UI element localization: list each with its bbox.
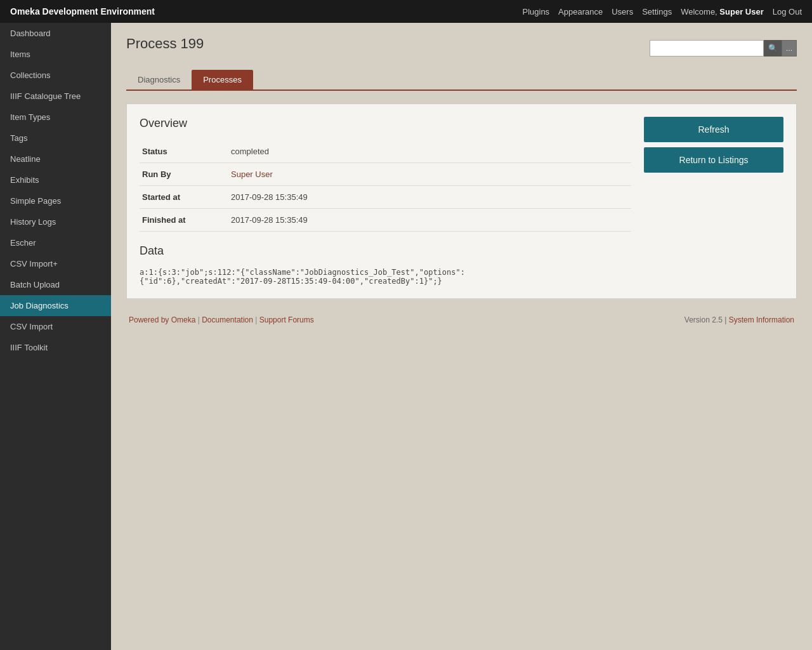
overview-title: Overview xyxy=(140,117,631,130)
top-nav-links: Plugins Appearance Users Settings Welcom… xyxy=(522,7,802,17)
finished-at-label: Finished at xyxy=(140,209,228,232)
main-layout: Dashboard Items Collections IIIF Catalog… xyxy=(0,23,812,650)
table-row: Finished at 2017-09-28 15:35:49 xyxy=(140,209,631,232)
system-info-link[interactable]: System Information xyxy=(729,315,794,324)
right-panel: Refresh Return to Listings xyxy=(644,117,783,286)
sidebar-item-history-logs[interactable]: History Logs xyxy=(0,211,111,232)
search-more-button[interactable]: … xyxy=(782,40,797,56)
run-by-value: Super User xyxy=(228,163,631,186)
version-text: Version 2.5 | xyxy=(684,315,729,324)
footer-right: Version 2.5 | System Information xyxy=(684,315,794,324)
powered-by-link[interactable]: Powered by Omeka xyxy=(129,315,195,324)
refresh-button[interactable]: Refresh xyxy=(644,117,783,142)
documentation-link[interactable]: Documentation xyxy=(202,315,253,324)
sidebar: Dashboard Items Collections IIIF Catalog… xyxy=(0,23,111,650)
sidebar-item-tags[interactable]: Tags xyxy=(0,128,111,149)
header-area: Process 199 🔍 … xyxy=(126,36,797,61)
data-content: a:1:{s:3:"job";s:112:"{"className":"JobD… xyxy=(140,268,631,286)
footer: Powered by Omeka | Documentation | Suppo… xyxy=(126,309,797,331)
app-brand: Omeka Development Environment xyxy=(10,6,155,17)
welcome-text: Welcome, Super User xyxy=(681,7,764,17)
left-content: Overview Status completed Run By Super U… xyxy=(140,117,631,286)
sidebar-item-batch-upload[interactable]: Batch Upload xyxy=(0,274,111,295)
sidebar-item-iiif-catalogue-tree[interactable]: IIIF Catalogue Tree xyxy=(0,86,111,107)
nav-appearance[interactable]: Appearance xyxy=(558,7,603,17)
status-label: Status xyxy=(140,140,228,163)
sidebar-item-simple-pages[interactable]: Simple Pages xyxy=(0,190,111,211)
sidebar-item-items[interactable]: Items xyxy=(0,44,111,65)
sidebar-item-exhibits[interactable]: Exhibits xyxy=(0,169,111,190)
sidebar-item-collections[interactable]: Collections xyxy=(0,65,111,86)
started-at-label: Started at xyxy=(140,186,228,209)
tab-bar: Diagnostics Processes xyxy=(126,70,797,91)
table-row: Run By Super User xyxy=(140,163,631,186)
sidebar-item-neatline[interactable]: Neatline xyxy=(0,149,111,169)
nav-users[interactable]: Users xyxy=(612,7,633,17)
content-area: Overview Status completed Run By Super U… xyxy=(126,103,797,299)
footer-left: Powered by Omeka | Documentation | Suppo… xyxy=(129,315,314,324)
logout-link[interactable]: Log Out xyxy=(773,7,802,17)
table-row: Started at 2017-09-28 15:35:49 xyxy=(140,186,631,209)
current-user: Super User xyxy=(719,7,763,17)
overview-table: Status completed Run By Super User Start… xyxy=(140,140,631,232)
run-by-label: Run By xyxy=(140,163,228,186)
search-bar: 🔍 … xyxy=(650,40,797,56)
support-forums-link[interactable]: Support Forums xyxy=(259,315,314,324)
sidebar-item-csv-import[interactable]: CSV Import xyxy=(0,316,111,337)
nav-settings[interactable]: Settings xyxy=(642,7,672,17)
sidebar-item-iiif-toolkit[interactable]: IIIF Toolkit xyxy=(0,337,111,358)
search-input[interactable] xyxy=(650,40,764,56)
sidebar-item-dashboard[interactable]: Dashboard xyxy=(0,23,111,44)
nav-plugins[interactable]: Plugins xyxy=(522,7,549,17)
run-by-link[interactable]: Super User xyxy=(231,169,273,179)
sidebar-item-csv-import-plus[interactable]: CSV Import+ xyxy=(0,253,111,274)
status-value: completed xyxy=(228,140,631,163)
sidebar-item-item-types[interactable]: Item Types xyxy=(0,107,111,128)
main-content: Process 199 🔍 … Diagnostics Processes Ov… xyxy=(111,23,812,650)
started-at-value: 2017-09-28 15:35:49 xyxy=(228,186,631,209)
top-navigation: Omeka Development Environment Plugins Ap… xyxy=(0,0,812,23)
sidebar-item-job-diagnostics[interactable]: Job Diagnostics xyxy=(0,295,111,316)
data-section-title: Data xyxy=(140,244,631,258)
return-to-listings-button[interactable]: Return to Listings xyxy=(644,147,783,173)
page-title: Process 199 xyxy=(126,36,650,52)
table-row: Status completed xyxy=(140,140,631,163)
search-button[interactable]: 🔍 xyxy=(764,40,782,56)
tab-processes[interactable]: Processes xyxy=(192,70,253,90)
sidebar-item-escher[interactable]: Escher xyxy=(0,232,111,253)
finished-at-value: 2017-09-28 15:35:49 xyxy=(228,209,631,232)
tab-diagnostics[interactable]: Diagnostics xyxy=(126,70,192,90)
